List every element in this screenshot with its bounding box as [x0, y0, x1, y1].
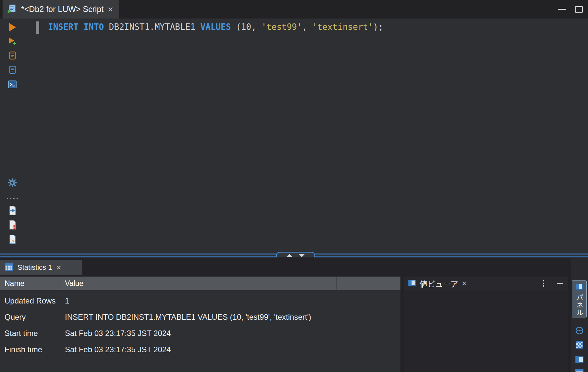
checker-grid-icon	[575, 341, 584, 351]
gear-icon	[7, 178, 18, 189]
panels-icon	[575, 283, 583, 292]
show-output-button[interactable]	[5, 204, 19, 218]
play-plus-icon	[7, 36, 18, 48]
execute-script-button[interactable]	[5, 49, 19, 63]
strip-button-grid[interactable]	[574, 340, 584, 351]
circle-dots-icon	[575, 326, 584, 336]
value-viewer-header: 値ビューア ×	[404, 277, 568, 290]
value-viewer-close-icon[interactable]: ×	[462, 279, 467, 288]
column-header-name[interactable]: Name	[0, 279, 63, 288]
value-viewer-body[interactable]	[404, 290, 568, 372]
sql-comma: ,	[302, 22, 312, 32]
output-document-icon	[8, 205, 17, 217]
table-row[interactable]: Updated Rows 1	[0, 293, 400, 309]
statistics-table-body: Updated Rows 1 Query INSERT INTO DB2INST…	[0, 290, 400, 372]
execute-new-tab-button[interactable]	[5, 35, 19, 49]
sql-close-semicolon: );	[373, 22, 383, 32]
strip-button-split-panel[interactable]	[574, 355, 584, 365]
statistics-grid-icon	[5, 263, 13, 273]
sql-paren-number: (10,	[231, 22, 262, 32]
column-header-value[interactable]: Value	[63, 279, 400, 288]
overflow-dots-icon	[7, 198, 18, 199]
show-variables-button[interactable]: (x)	[5, 233, 19, 247]
partial-grid-icon	[575, 368, 584, 372]
terminal-icon	[7, 80, 17, 91]
table-row[interactable]: Query INSERT INTO DB2INST1.MYTABLE1 VALU…	[0, 309, 400, 325]
sql-string-literal-2: 'textinsert'	[312, 22, 373, 32]
statistics-tab-close-icon[interactable]: ×	[56, 263, 61, 272]
maximize-window-icon[interactable]	[575, 6, 583, 13]
collapse-up-icon[interactable]	[286, 254, 293, 257]
svg-text:(x): (x)	[10, 238, 17, 243]
strip-button-records[interactable]	[574, 326, 584, 336]
sql-string-literal: 'test99'	[261, 22, 302, 32]
sql-script-icon	[7, 4, 17, 15]
stat-name: Query	[0, 313, 63, 322]
statistics-table-header: Name Value	[0, 277, 400, 290]
stat-value: Sat Feb 03 23:17:35 JST 2024	[63, 329, 400, 338]
strip-item-panels[interactable]: パネル	[572, 280, 587, 317]
tab-sql-script[interactable]: *<Db2 for LUW> Script ×	[3, 0, 119, 19]
sql-keyword: INSERT INTO	[48, 22, 104, 32]
stat-value: Sat Feb 03 23:17:35 JST 2024	[63, 345, 400, 354]
minimize-window-icon[interactable]	[558, 9, 566, 10]
script-blue-icon	[8, 65, 17, 76]
table-row[interactable]: Start time Sat Feb 03 23:17:35 JST 2024	[0, 325, 400, 341]
kebab-menu-icon[interactable]	[543, 280, 544, 287]
tab-close-icon[interactable]: ×	[108, 5, 113, 14]
variables-document-icon: (x)	[8, 234, 17, 246]
settings-button[interactable]	[5, 177, 19, 190]
sql-editor-window: *<Db2 for LUW> Script × INSERT INTO DB2I…	[0, 0, 588, 372]
sql-code-line: INSERT INTO DB2INST1.MYTABLE1 VALUES (10…	[48, 20, 383, 33]
show-problems-button[interactable]	[5, 218, 19, 232]
value-viewer-icon	[408, 279, 416, 288]
minimize-panel-icon[interactable]	[557, 283, 563, 284]
explain-plan-button[interactable]	[5, 64, 19, 77]
split-panel-icon	[575, 355, 584, 365]
stat-name: Start time	[0, 329, 63, 338]
sql-keyword-values: VALUES	[201, 22, 231, 32]
stat-value: 1	[63, 296, 400, 305]
gutter-change-bar	[36, 21, 39, 34]
execute-statement-button[interactable]	[5, 20, 19, 34]
collapse-down-icon[interactable]	[299, 254, 305, 257]
sql-editor-surface[interactable]	[25, 19, 588, 253]
tab-statistics[interactable]: Statistics 1 ×	[0, 260, 82, 275]
table-row[interactable]: Finish time Sat Feb 03 23:17:35 JST 2024	[0, 341, 400, 358]
stat-name: Finish time	[0, 345, 63, 354]
toolbar-overflow-button[interactable]	[5, 192, 19, 205]
play-icon	[9, 23, 16, 31]
value-viewer-tab-label: 値ビューア	[420, 278, 458, 289]
strip-button-partial[interactable]	[574, 368, 584, 372]
error-document-icon	[8, 220, 17, 231]
column-divider[interactable]	[63, 277, 63, 290]
sql-console-button[interactable]	[5, 78, 19, 92]
stat-value: INSERT INTO DB2INST1.MYTABLE1 VALUES (10…	[63, 313, 400, 322]
script-orange-icon	[8, 51, 17, 62]
editor-tab-bar: *<Db2 for LUW> Script ×	[0, 0, 588, 19]
window-controls	[558, 0, 583, 19]
statistics-tab-label: Statistics 1	[18, 263, 52, 272]
stat-name: Updated Rows	[0, 296, 63, 305]
column-divider[interactable]	[337, 277, 337, 290]
panels-vertical-label: パネル	[574, 294, 584, 316]
sql-table-ref: DB2INST1.MYTABLE1	[104, 22, 200, 32]
tab-title: *<Db2 for LUW> Script	[21, 5, 104, 14]
